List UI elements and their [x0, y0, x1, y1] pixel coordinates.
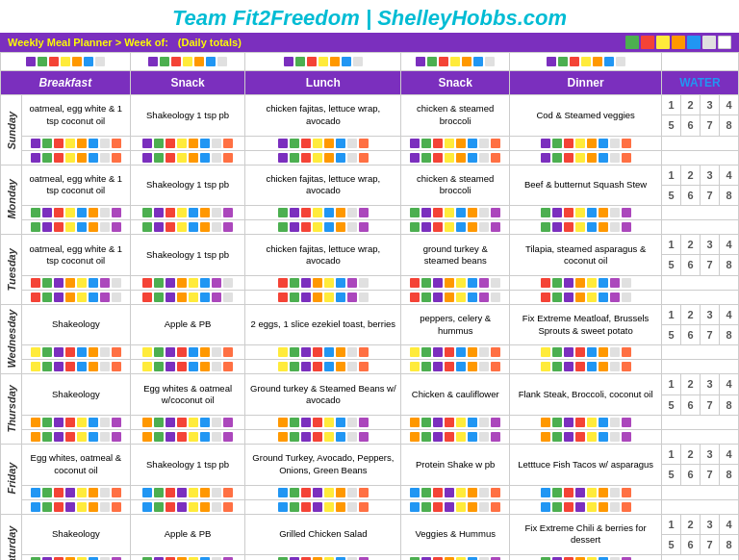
- water-4[interactable]: 4: [720, 235, 739, 255]
- color-orange: [672, 36, 685, 49]
- water-5[interactable]: 5: [662, 255, 681, 275]
- lunch-cell: Ground turkey & Steamed Beans w/ avocado: [245, 374, 401, 416]
- color-green: [625, 36, 639, 49]
- water-4[interactable]: 4: [720, 444, 739, 464]
- lunch-header: Lunch: [245, 71, 401, 95]
- water-6[interactable]: 6: [681, 465, 701, 485]
- water-5[interactable]: 5: [662, 465, 681, 485]
- snack2-cell: Chicken & cauliflower: [401, 374, 510, 416]
- water-8[interactable]: 8: [720, 395, 739, 415]
- water-6[interactable]: 6: [681, 255, 701, 275]
- snack1-cell: Apple & PB: [130, 514, 245, 555]
- water-2[interactable]: 2: [681, 165, 701, 185]
- snack1-cell: Shakeology 1 tsp pb: [130, 444, 245, 485]
- water-6[interactable]: 6: [681, 395, 701, 415]
- water-3[interactable]: 3: [701, 165, 720, 185]
- snack1-cell: Apple & PB: [130, 304, 245, 345]
- day-label-thursday: Thursday: [1, 374, 22, 445]
- snack1-cell: Egg whites & oatmeal w/coconut oil: [130, 374, 245, 416]
- water-4[interactable]: 4: [720, 374, 739, 395]
- water-5[interactable]: 5: [662, 185, 681, 205]
- table-row: Monday oatmeal, egg white & 1 tsp coconu…: [1, 165, 739, 185]
- color-blue: [687, 36, 701, 49]
- water-3[interactable]: 3: [701, 514, 720, 534]
- water-8[interactable]: 8: [720, 534, 739, 554]
- color-white: [718, 36, 731, 49]
- color-red: [641, 36, 654, 49]
- water-1[interactable]: 1: [662, 165, 681, 185]
- water-1[interactable]: 1: [662, 304, 681, 324]
- day-label-friday: Friday: [1, 444, 22, 514]
- water-7[interactable]: 7: [701, 255, 720, 275]
- color-row-top: [1, 275, 739, 290]
- top-color-bar: [610, 36, 731, 49]
- water-2[interactable]: 2: [681, 374, 701, 395]
- water-5[interactable]: 5: [662, 395, 681, 415]
- water-2[interactable]: 2: [681, 95, 701, 115]
- daily-totals-text: (Daily totals): [178, 37, 242, 48]
- lunch-cell: chicken fajitas, lettuce wrap, avocado: [245, 95, 401, 137]
- sub-header-text: Weekly Meal Planner > Week of:: [8, 37, 168, 48]
- breakfast-cell: Shakeology: [22, 304, 131, 345]
- water-header: WATER: [662, 71, 739, 95]
- water-2[interactable]: 2: [681, 444, 701, 464]
- snack2-cell: Protein Shake w pb: [401, 444, 510, 485]
- snack1-cell: Shakeology 1 tsp pb: [130, 165, 245, 206]
- water-8[interactable]: 8: [720, 185, 739, 205]
- day-label-saturday: Saturday: [1, 514, 22, 560]
- water-6[interactable]: 6: [681, 325, 701, 345]
- lunch-cell: Grilled Chicken Salad: [245, 514, 401, 555]
- breakfast-cell: oatmeal, egg white & 1 tsp coconut oil: [22, 165, 131, 206]
- dinner-cell: Fix Extreme Chili & berries for dessert: [510, 514, 662, 555]
- dinner-cell: Tilapia, steamed asparagus & coconut oil: [510, 235, 662, 276]
- snack2-cell: chicken & steamed broccoli: [401, 95, 510, 137]
- snack2-cell: Veggies & Hummus: [401, 514, 510, 555]
- lunch-cell: chicken fajitas, lettuce wrap, avocado: [245, 165, 401, 206]
- water-6[interactable]: 6: [681, 115, 701, 136]
- water-6[interactable]: 6: [681, 185, 701, 205]
- water-7[interactable]: 7: [701, 534, 720, 554]
- water-4[interactable]: 4: [720, 514, 739, 534]
- water-3[interactable]: 3: [701, 304, 720, 324]
- color-row-top: [1, 485, 739, 499]
- color-row-bottom: [1, 290, 739, 304]
- water-2[interactable]: 2: [681, 304, 701, 324]
- water-7[interactable]: 7: [701, 115, 720, 136]
- water-4[interactable]: 4: [720, 95, 739, 115]
- water-7[interactable]: 7: [701, 395, 720, 415]
- water-6[interactable]: 6: [681, 534, 701, 554]
- water-5[interactable]: 5: [662, 115, 681, 136]
- water-1[interactable]: 1: [662, 444, 681, 464]
- water-1[interactable]: 1: [662, 95, 681, 115]
- day-label-tuesday: Tuesday: [1, 235, 22, 305]
- water-1[interactable]: 1: [662, 374, 681, 395]
- water-1[interactable]: 1: [662, 514, 681, 534]
- water-7[interactable]: 7: [701, 185, 720, 205]
- dinner-cell: Letttuce Fish Tacos w/ asparagus: [510, 444, 662, 485]
- breakfast-header: Breakfast: [1, 71, 131, 95]
- color-row-top: [1, 136, 739, 150]
- color-row-bottom: [1, 499, 739, 514]
- water-8[interactable]: 8: [720, 115, 739, 136]
- water-1[interactable]: 1: [662, 235, 681, 255]
- water-7[interactable]: 7: [701, 465, 720, 485]
- water-4[interactable]: 4: [720, 165, 739, 185]
- lunch-cell: chicken fajitas, lettuce wrap, avocado: [245, 235, 401, 276]
- water-5[interactable]: 5: [662, 325, 681, 345]
- snack2-cell: peppers, celery & hummus: [401, 304, 510, 345]
- water-5[interactable]: 5: [662, 534, 681, 554]
- water-2[interactable]: 2: [681, 235, 701, 255]
- water-3[interactable]: 3: [701, 444, 720, 464]
- sub-header: Weekly Meal Planner > Week of: (Daily to…: [0, 33, 739, 52]
- water-8[interactable]: 8: [720, 325, 739, 345]
- table-row: Sunday oatmeal, egg white & 1 tsp coconu…: [1, 95, 739, 115]
- water-4[interactable]: 4: [720, 304, 739, 324]
- water-8[interactable]: 8: [720, 465, 739, 485]
- water-3[interactable]: 3: [701, 95, 720, 115]
- breakfast-cell: Shakeology: [22, 514, 131, 555]
- water-2[interactable]: 2: [681, 514, 701, 534]
- water-7[interactable]: 7: [701, 325, 720, 345]
- water-3[interactable]: 3: [701, 235, 720, 255]
- water-3[interactable]: 3: [701, 374, 720, 395]
- water-8[interactable]: 8: [720, 255, 739, 275]
